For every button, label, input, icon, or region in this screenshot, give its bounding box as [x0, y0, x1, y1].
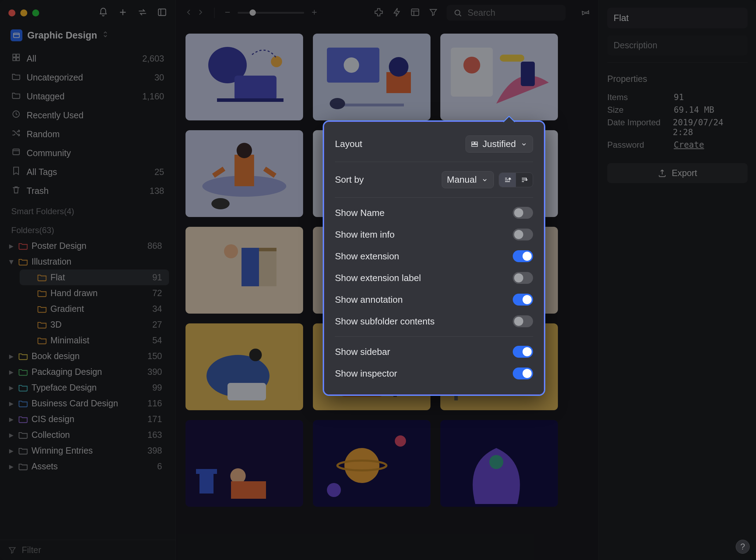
thumbnail[interactable]: [186, 130, 303, 217]
disclosure-icon[interactable]: ▸: [8, 383, 15, 393]
folders-label[interactable]: Folders(63): [6, 219, 169, 238]
actions-icon[interactable]: [392, 7, 402, 19]
sort-direction-toggle[interactable]: [499, 173, 533, 187]
thumbnail[interactable]: [313, 34, 430, 120]
window-minimize-button[interactable]: [20, 9, 27, 16]
sidebar-item-uncategorized[interactable]: Uncategorized30: [6, 68, 169, 87]
layout-icon[interactable]: [410, 7, 420, 19]
filter-toolbar-icon[interactable]: [428, 7, 438, 19]
folder-illustration[interactable]: ▾Illustration: [6, 254, 169, 270]
svg-rect-4: [13, 58, 16, 61]
sidebar-item-all[interactable]: All2,603: [6, 49, 169, 68]
disclosure-icon[interactable]: ▸: [8, 367, 15, 377]
folder-icon: [18, 431, 28, 439]
disclosure-icon[interactable]: ▸: [8, 398, 15, 408]
sidebar-item-recently-used[interactable]: Recently Used: [6, 106, 169, 125]
toggle-switch[interactable]: [513, 229, 533, 240]
toggle-switch[interactable]: [513, 250, 533, 262]
folder-name: 3D: [50, 320, 149, 330]
all-icon: [11, 52, 21, 64]
toggle-sidebar-icon[interactable]: [157, 7, 167, 19]
folder-collection[interactable]: ▸Collection163: [6, 427, 169, 443]
folder-minimalist[interactable]: Minimalist54: [20, 332, 169, 348]
toggle-label: Show subfolder contents: [335, 316, 513, 327]
toggle-switch[interactable]: [513, 346, 533, 358]
inspector-title-field[interactable]: Flat: [607, 8, 748, 28]
disclosure-icon[interactable]: ▾: [8, 257, 15, 267]
property-value[interactable]: Create: [674, 140, 704, 150]
folder-name: CIS design: [31, 414, 144, 424]
folder-cis-design[interactable]: ▸CIS design171: [6, 411, 169, 427]
extensions-icon[interactable]: [374, 7, 384, 19]
export-label: Export: [672, 168, 697, 178]
thumbnail[interactable]: [440, 34, 558, 120]
zoom-slider-knob[interactable]: [250, 9, 256, 16]
folder-winning-entries[interactable]: ▸Winning Entries398: [6, 443, 169, 458]
zoom-slider-track[interactable]: [238, 12, 304, 14]
zoom-out-icon[interactable]: [224, 8, 231, 18]
zoom-in-icon[interactable]: [310, 8, 318, 18]
toggle-switch[interactable]: [513, 272, 533, 284]
toggle-switch[interactable]: [513, 294, 533, 306]
toggle-switch[interactable]: [513, 368, 533, 379]
thumbnail[interactable]: [186, 227, 303, 314]
folder-poster-design[interactable]: ▸Poster Design868: [6, 238, 169, 254]
filter-placeholder: Filter: [22, 545, 41, 555]
pin-icon[interactable]: [580, 7, 590, 19]
toolbar-separator: [214, 8, 215, 18]
thumbnail[interactable]: [186, 420, 303, 507]
folder-flat[interactable]: Flat91: [20, 270, 169, 285]
folder-assets[interactable]: ▸Assets6: [6, 458, 169, 474]
sidebar-item-random[interactable]: Random: [6, 125, 169, 144]
sidebar-item-community[interactable]: Community: [6, 144, 169, 162]
search-input[interactable]: Search: [447, 5, 566, 21]
sort-asc-button[interactable]: [499, 173, 516, 187]
thumbnail[interactable]: [186, 34, 303, 120]
sidebar-item-trash[interactable]: Trash138: [6, 181, 169, 200]
folder-hand-drawn[interactable]: Hand drawn72: [20, 285, 169, 301]
layout-select[interactable]: Justified: [465, 135, 533, 153]
thumbnail[interactable]: [313, 420, 430, 507]
folder-count: 116: [147, 398, 164, 408]
thumbnail[interactable]: [186, 323, 303, 410]
folder-business-card-design[interactable]: ▸Business Card Design116: [6, 396, 169, 411]
sort-value: Manual: [447, 174, 477, 185]
folder-packaging-design[interactable]: ▸Packaging Design390: [6, 364, 169, 380]
library-switcher[interactable]: Graphic Design: [0, 26, 175, 47]
layout-row: Layout Justified: [335, 131, 533, 158]
disclosure-icon[interactable]: ▸: [8, 446, 15, 456]
disclosure-icon[interactable]: ▸: [8, 351, 15, 361]
sidebar-filter[interactable]: Filter: [0, 540, 175, 560]
disclosure-icon[interactable]: ▸: [8, 461, 15, 471]
window-close-button[interactable]: [8, 9, 15, 16]
folder-3d[interactable]: 3D27: [20, 317, 169, 332]
disclosure-icon[interactable]: ▸: [8, 241, 15, 251]
thumbnail[interactable]: [440, 420, 558, 507]
smart-folders-label[interactable]: Smart Folders(4): [6, 200, 169, 219]
toggle-switch[interactable]: [513, 315, 533, 327]
folder-typeface-design[interactable]: ▸Typeface Design99: [6, 380, 169, 396]
disclosure-icon[interactable]: ▸: [8, 414, 15, 424]
export-button[interactable]: Export: [607, 163, 748, 183]
zoom-control[interactable]: [224, 8, 318, 18]
folder-gradient[interactable]: Gradient34: [20, 301, 169, 317]
sidebar-item-all-tags[interactable]: All Tags25: [6, 162, 169, 181]
sort-select[interactable]: Manual: [442, 171, 494, 188]
toggle-row-show-annotation: Show annotation: [335, 289, 533, 310]
toggle-switch[interactable]: [513, 207, 533, 219]
help-button[interactable]: ?: [736, 540, 750, 554]
folder-book-design[interactable]: ▸Book design150: [6, 348, 169, 364]
back-button[interactable]: [184, 8, 193, 18]
disclosure-icon[interactable]: ▸: [8, 430, 15, 440]
sidebar-item-label: Community: [27, 148, 71, 158]
forward-button[interactable]: [196, 8, 205, 18]
sync-icon[interactable]: [138, 7, 147, 19]
sidebar-item-untagged[interactable]: Untagged1,160: [6, 87, 169, 106]
window-maximize-button[interactable]: [32, 9, 39, 16]
inspector-description-field[interactable]: Description: [607, 35, 748, 55]
add-icon[interactable]: [118, 7, 128, 19]
property-key: Password: [607, 140, 674, 150]
notifications-icon[interactable]: [98, 7, 108, 19]
svg-rect-26: [500, 55, 524, 62]
sort-desc-button[interactable]: [516, 173, 533, 187]
